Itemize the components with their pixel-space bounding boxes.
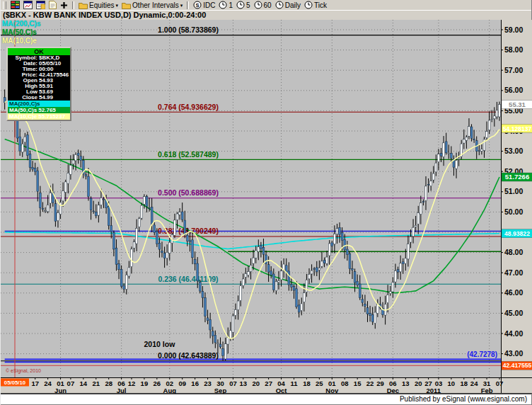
data-window[interactable]: OK Symbol:$BKX,DDate:05/05/10Time:00:00P…: [6, 47, 71, 121]
notes-button[interactable]: [47, 1, 58, 10]
svg-text:Jul: Jul: [117, 387, 127, 394]
svg-text:13: 13: [402, 380, 410, 387]
interval-5-button[interactable]: 5: [235, 1, 252, 10]
svg-text:48.00: 48.00: [504, 248, 523, 256]
svg-text:27: 27: [265, 380, 272, 387]
clock-icon: [275, 1, 284, 9]
price-chart[interactable]: 1.000 (58.733869)0.764 (54.936629)0.618 …: [1, 20, 532, 394]
chart-window-icon: [23, 1, 33, 9]
interval-60-label: 60: [264, 1, 272, 9]
svg-text:53.00: 53.00: [504, 147, 523, 155]
svg-text:45.00: 45.00: [504, 309, 523, 317]
interval-5-label: 5: [246, 1, 250, 9]
svg-text:15: 15: [354, 380, 362, 387]
interval-tick-button[interactable]: Tick: [303, 1, 328, 10]
data-window-ma-row: MA(200,C)s: [8, 101, 70, 107]
idc-source-button[interactable]: S IDC: [192, 1, 216, 10]
svg-text:2011: 2011: [426, 387, 441, 394]
svg-text:24: 24: [44, 380, 52, 387]
svg-text:19: 19: [141, 380, 149, 387]
svg-text:28: 28: [105, 380, 112, 387]
chart-area: 1.000 (58.733869)0.764 (54.936629)0.618 …: [1, 20, 532, 394]
other-intervals-dropdown[interactable]: Other Intervals ▾: [120, 1, 184, 10]
svg-text:Nov: Nov: [325, 387, 339, 394]
new-chart-button[interactable]: [22, 1, 34, 10]
equities-dropdown-label: Equities: [89, 1, 115, 9]
svg-text:46.00: 46.00: [504, 288, 523, 297]
svg-text:Feb: Feb: [481, 387, 493, 394]
svg-text:16: 16: [191, 380, 199, 387]
svg-text:25: 25: [316, 380, 323, 387]
esignal-window: Equities ▾ Other Intervals ▾ S IDC 1 5 6…: [0, 0, 532, 405]
status-bar: Published by eSignal (www.esignal.com): [1, 394, 531, 405]
svg-text:54.128137: 54.128137: [503, 125, 532, 132]
svg-text:05/05/10: 05/05/10: [4, 380, 26, 386]
svg-text:07: 07: [496, 380, 504, 387]
svg-text:18: 18: [303, 380, 311, 387]
svg-text:0.618 (52.587489): 0.618 (52.587489): [158, 150, 219, 159]
svg-text:(42.7278): (42.7278): [467, 350, 497, 358]
chevron-down-icon: ▾: [116, 3, 119, 8]
chart-layout-button[interactable]: [35, 1, 47, 10]
svg-text:20: 20: [415, 380, 422, 387]
svg-text:11: 11: [290, 380, 298, 387]
svg-text:10: 10: [448, 380, 456, 387]
svg-text:47.00: 47.00: [504, 268, 523, 277]
svg-text:50.00: 50.00: [504, 207, 523, 216]
svg-text:1.000 (58.733869): 1.000 (58.733869): [158, 25, 219, 34]
toolbar: Equities ▾ Other Intervals ▾ S IDC 1 5 6…: [1, 0, 531, 11]
toolbar-separator: [72, 1, 74, 9]
other-intervals-dropdown-label: Other Intervals: [132, 1, 179, 9]
toolbar-grip[interactable]: [3, 1, 6, 9]
clock-icon: [304, 1, 313, 9]
svg-text:17: 17: [31, 380, 39, 387]
svg-text:12: 12: [128, 380, 136, 387]
svg-text:Sep: Sep: [214, 387, 227, 394]
svg-text:Dec: Dec: [387, 387, 399, 394]
svg-text:51.00: 51.00: [504, 187, 523, 195]
toolbar-separator: [187, 1, 189, 9]
data-window-ma-row: MA(50,C)s 52.765: [8, 107, 70, 113]
svg-text:2010 low: 2010 low: [144, 340, 176, 348]
svg-text:Aug: Aug: [163, 387, 177, 394]
add-symbol-button[interactable]: [59, 1, 69, 10]
svg-text:09: 09: [178, 380, 186, 387]
svg-text:51.7266: 51.7266: [505, 173, 529, 181]
svg-text:48.93822: 48.93822: [504, 230, 530, 237]
data-window-rows: Symbol:$BKX,DDate:05/05/10Time:00:00Pric…: [8, 55, 70, 101]
svg-text:S: S: [196, 2, 200, 8]
data-window-ma-rows: MA(200,C)sMA(50,C)s 52.765MA(10,C)e 55.7…: [8, 101, 70, 120]
study-label-ma50[interactable]: MA(50,C)s: [2, 28, 40, 37]
chevron-down-icon: ▾: [180, 3, 183, 8]
svg-text:0.764 (54.936629): 0.764 (54.936629): [158, 103, 219, 111]
interval-daily-button[interactable]: Daily: [274, 1, 302, 10]
svg-text:Oct: Oct: [276, 387, 288, 394]
svg-text:23: 23: [204, 380, 212, 387]
clock-icon: [254, 1, 262, 9]
equities-dropdown[interactable]: Equities ▾: [77, 1, 120, 10]
data-window-ma-row: MA(10,C)e 55.715237: [8, 113, 70, 120]
svg-text:58.00: 58.00: [504, 45, 523, 54]
chart-layout-icon: [36, 1, 45, 9]
svg-text:42.417555: 42.417555: [503, 362, 532, 369]
svg-text:18: 18: [461, 380, 468, 387]
svg-text:29: 29: [376, 380, 384, 387]
svg-text:Jun: Jun: [54, 387, 66, 394]
interval-60-button[interactable]: 60: [253, 1, 273, 10]
interval-1-button[interactable]: 1: [217, 1, 234, 10]
quote-board-button[interactable]: [9, 1, 21, 10]
svg-text:07: 07: [229, 380, 237, 387]
svg-text:0.500 (50.688869): 0.500 (50.688869): [158, 188, 219, 197]
study-labels: MA(200,C)s MA(50,C)s MA(10,C)e: [2, 20, 40, 45]
svg-text:59.00: 59.00: [504, 25, 523, 34]
publisher-text: Published by eSignal (www.esignal.com): [400, 395, 527, 403]
study-label-ma10[interactable]: MA(10,C)e: [2, 37, 40, 45]
data-window-row: Close54.99: [8, 95, 70, 101]
svg-text:26: 26: [154, 380, 161, 387]
note-icon: [49, 1, 57, 9]
plus-icon: [60, 1, 68, 9]
study-label-ma200[interactable]: MA(200,C)s: [2, 20, 40, 28]
svg-text:22: 22: [366, 380, 374, 387]
svg-text:56.00: 56.00: [504, 86, 523, 94]
interval-1-label: 1: [229, 1, 233, 9]
